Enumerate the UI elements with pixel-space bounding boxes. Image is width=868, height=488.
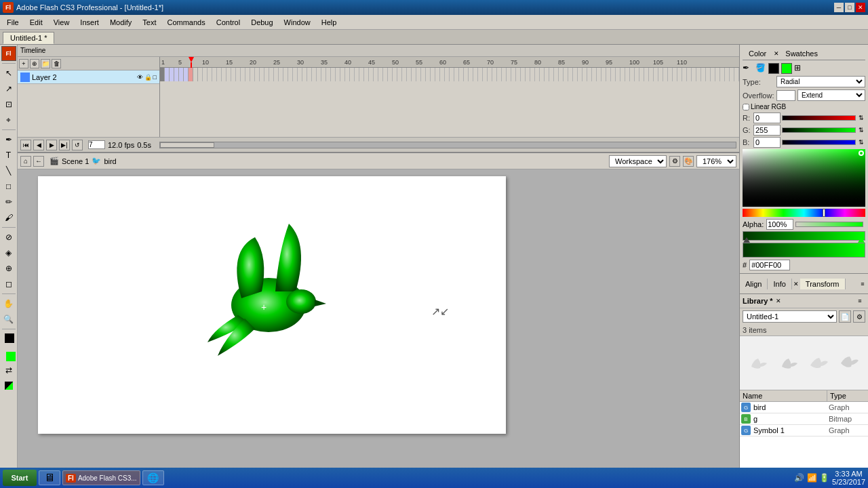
g-slider[interactable] xyxy=(782,127,856,133)
tool-subselect[interactable]: ↗ xyxy=(1,81,16,96)
taskbar-flash-btn[interactable]: Fl Adobe Flash CS3... xyxy=(62,470,140,485)
timeline-scrollbar[interactable] xyxy=(159,142,736,148)
gradient-tool-icon[interactable]: ⊞ xyxy=(794,63,805,74)
menu-control[interactable]: Control xyxy=(211,17,245,28)
stroke-tool-icon[interactable]: ✒ xyxy=(743,63,753,74)
tab-swatches[interactable]: Swatches xyxy=(779,47,824,60)
tool-line[interactable]: ╲ xyxy=(1,163,16,178)
tool-fill-color[interactable] xyxy=(1,347,16,362)
taskbar-explorer-btn[interactable]: 🖥 xyxy=(39,470,60,485)
fill-tool-icon[interactable]: 🪣 xyxy=(755,63,766,74)
col-header-type[interactable]: Type xyxy=(827,390,868,401)
tool-eyedropper[interactable]: ⊕ xyxy=(1,261,16,276)
tab-color[interactable]: Color xyxy=(743,47,772,60)
add-motion-guide-btn[interactable]: ⊕ xyxy=(30,59,39,68)
doc-tab-untitled[interactable]: Untitled-1 * xyxy=(3,32,54,44)
tool-eraser[interactable]: ◻ xyxy=(1,277,16,291)
menu-insert[interactable]: Insert xyxy=(75,17,104,28)
library-props-btn[interactable]: ⚙ xyxy=(853,310,865,323)
tool-lasso[interactable]: ⌖ xyxy=(1,113,16,127)
frame-cell-1[interactable] xyxy=(160,68,165,81)
tool-swap-colors[interactable]: ⇄ xyxy=(1,363,16,378)
menu-modify[interactable]: Modify xyxy=(104,17,137,28)
frame-cell-5[interactable] xyxy=(179,68,184,81)
library-item-g[interactable]: B g Bitmap xyxy=(740,413,868,425)
menu-file[interactable]: File xyxy=(1,17,24,28)
add-folder-btn[interactable]: 📁 xyxy=(41,59,50,68)
b-spinner[interactable]: ⇅ xyxy=(857,138,865,146)
tool-hand[interactable]: ✋ xyxy=(1,296,16,311)
frame-number-input[interactable] xyxy=(88,140,105,149)
tool-stroke-color[interactable] xyxy=(1,331,16,346)
tool-paint-bucket[interactable]: ◈ xyxy=(1,245,16,260)
linear-rgb-checkbox[interactable] xyxy=(743,104,749,110)
r-slider[interactable] xyxy=(782,115,856,121)
tool-flash[interactable]: Fl xyxy=(1,46,16,61)
home-scene-btn[interactable]: ⌂ xyxy=(20,156,31,167)
next-frame-btn[interactable]: ▶| xyxy=(59,140,70,150)
gradient-type-select[interactable]: Radial xyxy=(776,76,865,87)
overflow-select[interactable]: Extend xyxy=(797,89,865,101)
library-tab-label[interactable]: Library * xyxy=(743,297,773,305)
menu-commands[interactable]: Commands xyxy=(161,17,210,28)
hex-input[interactable] xyxy=(749,260,790,270)
layer-lock-icon[interactable]: 🔒 xyxy=(144,74,152,81)
new-layer-btn[interactable]: + xyxy=(19,59,28,68)
layer-show-icon[interactable]: 👁 xyxy=(137,74,143,81)
maximize-button[interactable]: □ xyxy=(845,3,854,12)
frame-cell-2[interactable] xyxy=(165,68,170,81)
gradient-stop-right[interactable] xyxy=(858,237,865,243)
menu-help[interactable]: Help xyxy=(316,17,342,28)
zoom-btn-2[interactable]: 🎨 xyxy=(683,156,694,167)
library-new-btn[interactable]: 📄 xyxy=(839,310,851,323)
zoom-btn-1[interactable]: ⚙ xyxy=(669,156,680,167)
playhead-marker[interactable] xyxy=(189,57,194,68)
b-input[interactable] xyxy=(753,137,781,148)
tool-zoom[interactable]: 🔍 xyxy=(1,312,16,327)
library-item-bird[interactable]: G bird Graph xyxy=(740,402,868,413)
gradient-stop-left[interactable] xyxy=(743,237,750,243)
go-to-first-frame-btn[interactable]: ⏮ xyxy=(20,140,31,150)
scene-label[interactable]: Scene 1 xyxy=(62,157,89,165)
g-input[interactable] xyxy=(753,125,781,136)
gradient-bar[interactable] xyxy=(743,231,865,241)
tool-text[interactable]: T xyxy=(1,148,16,163)
tab-info[interactable]: Info xyxy=(768,279,791,289)
tool-overlay[interactable] xyxy=(1,378,16,393)
g-spinner[interactable]: ⇅ xyxy=(857,126,865,134)
tool-select[interactable]: ↖ xyxy=(1,66,16,81)
tool-free-transform[interactable]: ⊡ xyxy=(1,97,16,112)
r-spinner[interactable]: ⇅ xyxy=(857,114,865,122)
delete-layer-btn[interactable]: 🗑 xyxy=(52,59,61,68)
frame-cell-6[interactable] xyxy=(184,68,189,81)
title-bar-controls[interactable]: ─ □ ✕ xyxy=(834,3,865,12)
library-item-symbol1[interactable]: G Symbol 1 Graph xyxy=(740,425,868,436)
layer-outline-icon[interactable]: □ xyxy=(153,74,157,81)
alpha-slider[interactable] xyxy=(795,222,863,227)
menu-edit[interactable]: Edit xyxy=(24,17,48,28)
library-document-select[interactable]: Untitled-1 xyxy=(743,310,837,323)
menu-debug[interactable]: Debug xyxy=(245,17,278,28)
tool-brush[interactable]: 🖌 xyxy=(1,210,16,225)
frame-cell-3[interactable] xyxy=(170,68,174,81)
frame-cell-4[interactable] xyxy=(174,68,179,81)
tab-transform[interactable]: Transform xyxy=(800,279,846,289)
frame-cell-7[interactable] xyxy=(189,68,193,81)
tool-pencil[interactable]: ✏ xyxy=(1,195,16,209)
color-picker[interactable] xyxy=(743,149,865,207)
back-btn[interactable]: ← xyxy=(33,156,44,167)
prev-frame-btn[interactable]: ◀ xyxy=(33,140,44,150)
overflow-swatch[interactable] xyxy=(776,90,795,101)
library-tab-close[interactable]: ✕ xyxy=(776,298,781,304)
frame-cells-rest[interactable] xyxy=(198,68,739,81)
loop-btn[interactable]: ↺ xyxy=(72,140,83,150)
minimize-button[interactable]: ─ xyxy=(834,3,844,12)
layer-row[interactable]: Layer 2 👁 🔒 □ xyxy=(18,70,159,84)
zoom-select[interactable]: 176% xyxy=(696,155,736,167)
library-panel-options[interactable]: ≡ xyxy=(854,296,865,306)
stroke-color-swatch[interactable] xyxy=(768,63,779,74)
tool-rect[interactable]: □ xyxy=(1,179,16,194)
b-slider[interactable] xyxy=(782,140,856,145)
info-tab-close[interactable]: ✕ xyxy=(792,281,800,287)
fill-color-swatch[interactable] xyxy=(781,63,792,74)
